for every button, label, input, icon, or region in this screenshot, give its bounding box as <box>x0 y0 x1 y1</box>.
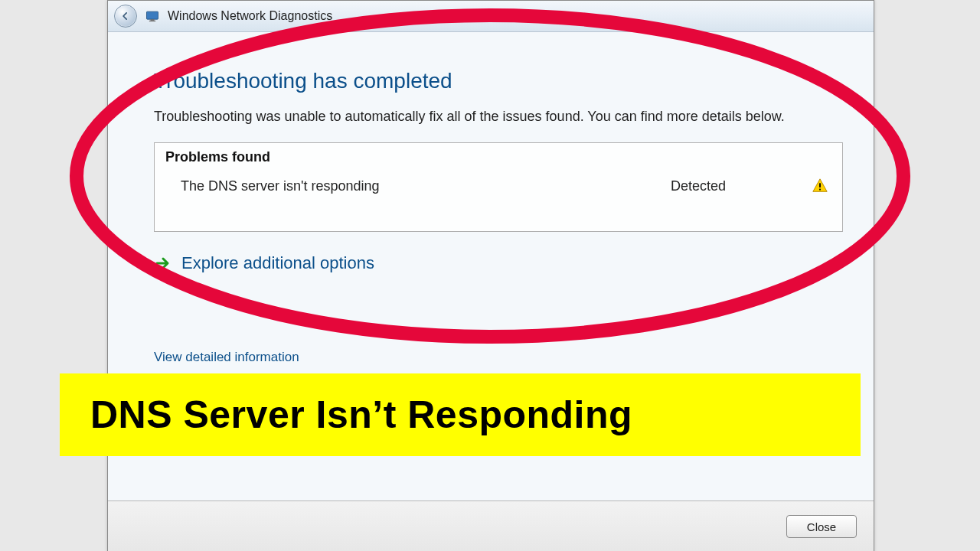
problem-status: Detected <box>671 178 808 194</box>
svg-rect-1 <box>151 19 155 21</box>
back-arrow-icon <box>120 11 131 21</box>
svg-rect-0 <box>147 11 158 19</box>
page-subtext: Troubleshooting was unable to automatica… <box>154 107 820 126</box>
troubleshooter-dialog: Windows Network Diagnostics Troubleshoot… <box>107 0 874 551</box>
problem-text: The DNS server isn't responding <box>181 178 671 194</box>
dialog-footer: Close <box>108 500 874 551</box>
app-icon <box>145 8 160 24</box>
view-details-link[interactable]: View detailed information <box>154 350 299 365</box>
content-area: Troubleshooting has completed Troublesho… <box>108 32 874 365</box>
problems-header: Problems found <box>155 143 842 173</box>
overlay-banner-text: DNS Server Isn’t Responding <box>90 393 632 437</box>
close-button[interactable]: Close <box>786 515 857 538</box>
back-button[interactable] <box>114 5 137 28</box>
svg-rect-2 <box>149 21 155 21</box>
title-bar: Windows Network Diagnostics <box>108 1 874 32</box>
explore-options-label: Explore additional options <box>181 253 374 273</box>
page-heading: Troubleshooting has completed <box>154 69 843 93</box>
explore-options-link[interactable]: Explore additional options <box>154 253 843 273</box>
svg-rect-4 <box>819 189 821 191</box>
overlay-banner: DNS Server Isn’t Responding <box>60 373 861 456</box>
problem-row[interactable]: The DNS server isn't responding Detected <box>155 173 842 231</box>
svg-rect-3 <box>819 184 821 188</box>
problems-panel: Problems found The DNS server isn't resp… <box>154 142 843 232</box>
warning-icon <box>808 178 831 194</box>
stage: Windows Network Diagnostics Troubleshoot… <box>0 0 980 551</box>
arrow-right-icon <box>154 254 172 272</box>
window-title: Windows Network Diagnostics <box>168 9 332 23</box>
